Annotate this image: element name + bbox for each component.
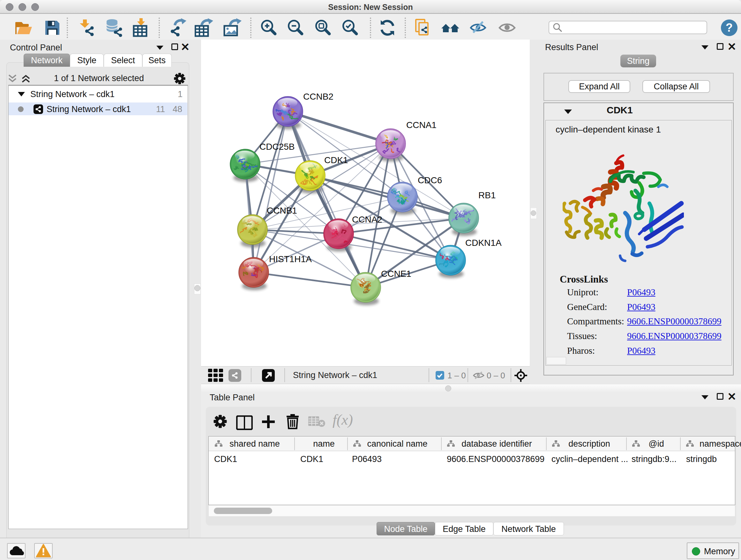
svg-text:HIST1H1A: HIST1H1A [269,254,312,264]
svg-text:CCNB2: CCNB2 [303,91,333,102]
svg-text:CCNA1: CCNA1 [406,120,436,130]
svg-text:CDC6: CDC6 [418,175,442,185]
svg-text:CDKN1A: CDKN1A [465,238,502,248]
svg-text:?: ? [726,21,733,34]
svg-text:CCNA2: CCNA2 [352,214,382,225]
svg-text:CCNB1: CCNB1 [267,206,297,215]
svg-text:CDC25B: CDC25B [259,142,294,152]
svg-text:RB1: RB1 [478,190,495,200]
svg-text:CCNE1: CCNE1 [381,269,411,279]
svg-text:CDK1: CDK1 [324,155,348,165]
